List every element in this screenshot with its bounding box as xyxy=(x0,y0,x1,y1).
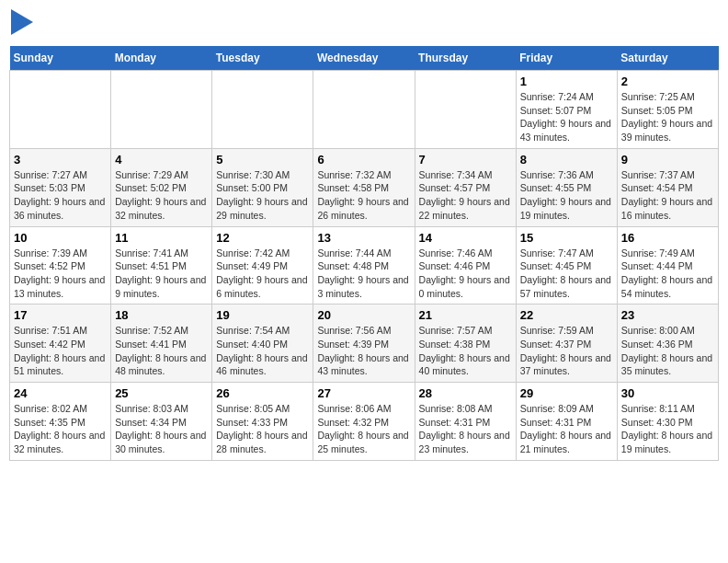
day-number: 23 xyxy=(621,308,714,322)
calendar-week-3: 10Sunrise: 7:39 AM Sunset: 4:52 PM Dayli… xyxy=(10,226,719,304)
calendar-cell: 13Sunrise: 7:44 AM Sunset: 4:48 PM Dayli… xyxy=(313,226,415,304)
page-header xyxy=(9,9,719,39)
day-info: Sunrise: 8:06 AM Sunset: 4:32 PM Dayligh… xyxy=(317,402,410,456)
day-info: Sunrise: 7:56 AM Sunset: 4:39 PM Dayligh… xyxy=(317,324,410,378)
day-number: 2 xyxy=(621,75,714,88)
day-info: Sunrise: 8:03 AM Sunset: 4:34 PM Dayligh… xyxy=(115,402,208,456)
day-number: 18 xyxy=(115,308,208,322)
day-info: Sunrise: 8:11 AM Sunset: 4:30 PM Dayligh… xyxy=(621,402,714,456)
day-info: Sunrise: 7:42 AM Sunset: 4:49 PM Dayligh… xyxy=(216,247,309,301)
calendar-cell: 27Sunrise: 8:06 AM Sunset: 4:32 PM Dayli… xyxy=(313,383,415,461)
calendar-cell: 16Sunrise: 7:49 AM Sunset: 4:44 PM Dayli… xyxy=(617,226,718,304)
calendar-cell: 14Sunrise: 7:46 AM Sunset: 4:46 PM Dayli… xyxy=(415,226,516,304)
calendar-cell: 9Sunrise: 7:37 AM Sunset: 4:54 PM Daylig… xyxy=(617,148,718,226)
day-number: 6 xyxy=(317,153,410,167)
calendar-cell: 30Sunrise: 8:11 AM Sunset: 4:30 PM Dayli… xyxy=(617,383,718,461)
day-number: 1 xyxy=(520,75,613,88)
calendar-table: SundayMondayTuesdayWednesdayThursdayFrid… xyxy=(9,46,719,461)
day-number: 4 xyxy=(115,153,208,167)
day-number: 13 xyxy=(317,231,410,245)
weekday-header-monday: Monday xyxy=(111,46,212,71)
day-number: 27 xyxy=(317,386,410,400)
day-number: 24 xyxy=(14,386,107,400)
calendar-cell: 15Sunrise: 7:47 AM Sunset: 4:45 PM Dayli… xyxy=(516,226,617,304)
day-info: Sunrise: 7:49 AM Sunset: 4:44 PM Dayligh… xyxy=(621,247,714,301)
weekday-header-tuesday: Tuesday xyxy=(212,46,313,71)
calendar-cell: 22Sunrise: 7:59 AM Sunset: 4:37 PM Dayli… xyxy=(516,304,617,383)
weekday-header-saturday: Saturday xyxy=(617,46,718,71)
day-info: Sunrise: 8:05 AM Sunset: 4:33 PM Dayligh… xyxy=(216,402,309,456)
logo-icon xyxy=(11,9,33,35)
day-info: Sunrise: 7:59 AM Sunset: 4:37 PM Dayligh… xyxy=(520,324,613,378)
day-info: Sunrise: 7:37 AM Sunset: 4:54 PM Dayligh… xyxy=(621,168,714,223)
calendar-cell: 19Sunrise: 7:54 AM Sunset: 4:40 PM Dayli… xyxy=(212,304,313,383)
day-info: Sunrise: 7:32 AM Sunset: 4:58 PM Dayligh… xyxy=(317,168,410,223)
calendar-week-5: 24Sunrise: 8:02 AM Sunset: 4:35 PM Dayli… xyxy=(10,383,719,461)
calendar-cell: 28Sunrise: 8:08 AM Sunset: 4:31 PM Dayli… xyxy=(415,383,516,461)
day-info: Sunrise: 7:54 AM Sunset: 4:40 PM Dayligh… xyxy=(216,324,309,378)
calendar-cell: 17Sunrise: 7:51 AM Sunset: 4:42 PM Dayli… xyxy=(10,304,111,383)
calendar-cell: 4Sunrise: 7:29 AM Sunset: 5:02 PM Daylig… xyxy=(111,148,212,226)
weekday-header-sunday: Sunday xyxy=(10,46,111,71)
logo xyxy=(9,9,33,39)
day-number: 20 xyxy=(317,308,410,322)
calendar-cell xyxy=(313,71,415,149)
day-info: Sunrise: 7:29 AM Sunset: 5:02 PM Dayligh… xyxy=(115,168,208,223)
day-info: Sunrise: 7:57 AM Sunset: 4:38 PM Dayligh… xyxy=(419,324,512,378)
day-number: 14 xyxy=(419,231,512,245)
day-number: 15 xyxy=(520,231,613,245)
day-info: Sunrise: 8:08 AM Sunset: 4:31 PM Dayligh… xyxy=(419,402,512,456)
calendar-header-row: SundayMondayTuesdayWednesdayThursdayFrid… xyxy=(10,46,719,71)
day-info: Sunrise: 8:02 AM Sunset: 4:35 PM Dayligh… xyxy=(14,402,107,456)
day-info: Sunrise: 8:00 AM Sunset: 4:36 PM Dayligh… xyxy=(621,324,714,378)
calendar-cell: 11Sunrise: 7:41 AM Sunset: 4:51 PM Dayli… xyxy=(111,226,212,304)
calendar-cell: 24Sunrise: 8:02 AM Sunset: 4:35 PM Dayli… xyxy=(10,383,111,461)
day-number: 12 xyxy=(216,231,309,245)
calendar-cell: 23Sunrise: 8:00 AM Sunset: 4:36 PM Dayli… xyxy=(617,304,718,383)
calendar-cell: 6Sunrise: 7:32 AM Sunset: 4:58 PM Daylig… xyxy=(313,148,415,226)
weekday-header-wednesday: Wednesday xyxy=(313,46,415,71)
calendar-cell xyxy=(415,71,516,149)
day-number: 19 xyxy=(216,308,309,322)
day-info: Sunrise: 7:51 AM Sunset: 4:42 PM Dayligh… xyxy=(14,324,107,378)
day-number: 29 xyxy=(520,386,613,400)
calendar-cell: 12Sunrise: 7:42 AM Sunset: 4:49 PM Dayli… xyxy=(212,226,313,304)
calendar-cell xyxy=(111,71,212,149)
calendar-cell: 26Sunrise: 8:05 AM Sunset: 4:33 PM Dayli… xyxy=(212,383,313,461)
calendar-cell: 5Sunrise: 7:30 AM Sunset: 5:00 PM Daylig… xyxy=(212,148,313,226)
day-number: 3 xyxy=(14,153,107,167)
day-number: 30 xyxy=(621,386,714,400)
day-number: 8 xyxy=(520,153,613,167)
weekday-header-friday: Friday xyxy=(516,46,617,71)
calendar-week-2: 3Sunrise: 7:27 AM Sunset: 5:03 PM Daylig… xyxy=(10,148,719,226)
calendar-cell: 10Sunrise: 7:39 AM Sunset: 4:52 PM Dayli… xyxy=(10,226,111,304)
day-number: 11 xyxy=(115,231,208,245)
calendar-cell: 18Sunrise: 7:52 AM Sunset: 4:41 PM Dayli… xyxy=(111,304,212,383)
day-number: 25 xyxy=(115,386,208,400)
svg-marker-0 xyxy=(11,9,33,35)
day-number: 5 xyxy=(216,153,309,167)
calendar-cell: 1Sunrise: 7:24 AM Sunset: 5:07 PM Daylig… xyxy=(516,71,617,149)
day-number: 26 xyxy=(216,386,309,400)
day-info: Sunrise: 7:47 AM Sunset: 4:45 PM Dayligh… xyxy=(520,247,613,301)
day-number: 22 xyxy=(520,308,613,322)
day-number: 28 xyxy=(419,386,512,400)
calendar-cell: 21Sunrise: 7:57 AM Sunset: 4:38 PM Dayli… xyxy=(415,304,516,383)
day-info: Sunrise: 7:46 AM Sunset: 4:46 PM Dayligh… xyxy=(419,247,512,301)
day-number: 9 xyxy=(621,153,714,167)
calendar-week-4: 17Sunrise: 7:51 AM Sunset: 4:42 PM Dayli… xyxy=(10,304,719,383)
calendar-cell xyxy=(212,71,313,149)
calendar-cell: 3Sunrise: 7:27 AM Sunset: 5:03 PM Daylig… xyxy=(10,148,111,226)
calendar-cell: 7Sunrise: 7:34 AM Sunset: 4:57 PM Daylig… xyxy=(415,148,516,226)
calendar-cell: 8Sunrise: 7:36 AM Sunset: 4:55 PM Daylig… xyxy=(516,148,617,226)
calendar-cell: 29Sunrise: 8:09 AM Sunset: 4:31 PM Dayli… xyxy=(516,383,617,461)
weekday-header-thursday: Thursday xyxy=(415,46,516,71)
calendar-week-1: 1Sunrise: 7:24 AM Sunset: 5:07 PM Daylig… xyxy=(10,71,719,149)
day-number: 16 xyxy=(621,231,714,245)
calendar-cell: 20Sunrise: 7:56 AM Sunset: 4:39 PM Dayli… xyxy=(313,304,415,383)
day-info: Sunrise: 7:25 AM Sunset: 5:05 PM Dayligh… xyxy=(621,90,714,144)
calendar-cell xyxy=(10,71,111,149)
day-info: Sunrise: 7:36 AM Sunset: 4:55 PM Dayligh… xyxy=(520,168,613,223)
day-info: Sunrise: 7:27 AM Sunset: 5:03 PM Dayligh… xyxy=(14,168,107,223)
calendar-cell: 25Sunrise: 8:03 AM Sunset: 4:34 PM Dayli… xyxy=(111,383,212,461)
